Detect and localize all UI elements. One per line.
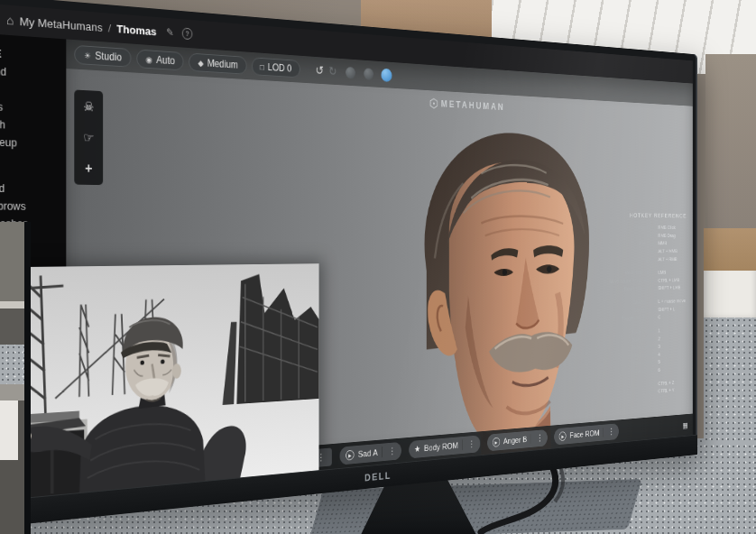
hotkey-label: Pan: <box>649 247 657 255</box>
sidebar-section-face: FACE <box>0 45 60 64</box>
sidebar-item-makeup[interactable]: Makeup <box>0 133 60 153</box>
hotkey-label: Reset Sculpt Point: <box>624 284 657 293</box>
window-sill <box>704 271 756 323</box>
clip-label: Body ROM <box>424 441 458 453</box>
screen: ≡ ⌂ My MetaHumans / Thomas ✎ ? FACE Blen… <box>0 1 693 504</box>
auto-label: Auto <box>156 54 175 67</box>
clip-anger-b-button[interactable]: ▶ Anger B ⋮ <box>487 429 548 451</box>
divider <box>530 434 531 444</box>
sidebar-item-head[interactable]: Head <box>0 180 60 198</box>
hotkey-value: CTRL + Y <box>658 385 687 395</box>
breadcrumb-current[interactable]: Thomas <box>116 22 156 37</box>
desk <box>704 318 756 444</box>
hotkey-value: MMB <box>658 239 687 247</box>
reference-photo <box>0 263 318 504</box>
sidebar-item-eyes[interactable]: Eyes <box>0 97 60 118</box>
hotkey-label: Toggle Clay Render: <box>622 314 656 323</box>
sidebar-item-eyebrows[interactable]: Eyebrows <box>0 197 60 216</box>
breadcrumb-separator: / <box>108 22 111 34</box>
hotkey-label: Zoom: <box>646 255 657 263</box>
clay-render-toggle-icon[interactable] <box>364 68 373 80</box>
monitor-left-bezel <box>24 222 31 534</box>
monitor-bezel: ≡ ⌂ My MetaHumans / Thomas ✎ ? FACE Blen… <box>0 0 697 532</box>
blend-hand-tool-icon[interactable]: ☞ <box>83 130 94 146</box>
reference-image-panel[interactable] <box>0 263 318 504</box>
photo-scene: ≡ ⌂ My MetaHumans / Thomas ✎ ? FACE Blen… <box>0 0 756 534</box>
quality-medium-button[interactable]: ◆ Medium <box>189 53 247 75</box>
window-frame <box>704 228 756 275</box>
clip-label: Face ROM <box>569 428 599 439</box>
hotkey-label: Focus Point: <box>635 224 656 232</box>
kebab-icon[interactable]: ⋮ <box>386 445 399 456</box>
studio-label: Studio <box>95 50 122 63</box>
breadcrumb: ⌂ My MetaHumans / Thomas ✎ ? <box>0 12 192 41</box>
auto-camera-button[interactable]: ◉ Auto <box>136 50 183 71</box>
lod-cube-icon: □ <box>260 62 264 71</box>
hotkey-title: HOTKEY REFERENCE <box>589 211 687 219</box>
quality-gem-icon: ◆ <box>198 58 203 67</box>
sculpt-tool-rail: ☠ ☞ + <box>74 89 103 185</box>
home-icon[interactable]: ⌂ <box>6 13 14 27</box>
play-icon: ▶ <box>493 437 500 447</box>
redo-icon[interactable]: ↻ <box>328 64 337 78</box>
hotkey-value: ALT + MMB <box>658 247 687 255</box>
clip-sad-a-button[interactable]: ▶ Sad A ⋮ <box>340 441 401 465</box>
camera-icon: ◉ <box>146 54 152 64</box>
hotkey-label: Pan Drag: <box>640 239 657 247</box>
layout-grid-icon[interactable]: ▦ <box>683 420 688 429</box>
kebab-icon[interactable]: ⋮ <box>466 438 477 450</box>
clip-body-rom-button[interactable]: ★ Body ROM ⋮ <box>409 435 480 458</box>
divider <box>603 428 604 437</box>
breadcrumb-root[interactable]: My MetaHumans <box>20 14 103 33</box>
move-tool-icon[interactable]: + <box>85 161 92 176</box>
clip-label: Anger B <box>503 435 527 446</box>
lod-label: LOD 0 <box>268 61 292 74</box>
lightbulb-icon: ☀ <box>84 51 91 60</box>
kebab-icon[interactable]: ⋮ <box>606 427 617 437</box>
room-left-strip <box>0 222 31 534</box>
lod-button[interactable]: □ LOD 0 <box>252 57 300 78</box>
face-sculpt-tool-icon[interactable]: ☠ <box>83 99 94 115</box>
hotkey-value: ALT + RMB <box>658 255 687 263</box>
studio-lighting-button[interactable]: ☀ Studio <box>74 45 131 68</box>
hotkey-label: Orbit: <box>648 232 657 240</box>
sidebar-section-hair: HAIR <box>0 163 60 179</box>
user-avatar[interactable] <box>381 68 392 81</box>
clip-face-rom-button[interactable]: ▶ Face ROM ⋮ <box>554 423 618 445</box>
divider <box>462 439 463 450</box>
hotkey-value: RMB Drag <box>658 232 687 240</box>
hotkey-value: SHIFT + LMB <box>658 284 687 292</box>
hotkey-reference-panel: HOTKEY REFERENCE Focus Point:RMB Click O… <box>589 211 687 406</box>
hotkey-value: RMB Click <box>658 224 687 232</box>
clip-label: Sad A <box>358 447 378 458</box>
undo-icon[interactable]: ↺ <box>316 63 324 78</box>
hotkey-label: Redo: <box>647 388 657 397</box>
kebab-icon[interactable]: ⋮ <box>534 432 545 443</box>
edit-name-icon[interactable]: ✎ <box>166 26 173 39</box>
preview-toggle-icon[interactable] <box>346 67 355 79</box>
hotkey-label: Far Camera: <box>635 366 657 375</box>
quality-label: Medium <box>207 58 238 71</box>
dell-logo: DELL <box>364 469 392 483</box>
sidebar-item-teeth[interactable]: Teeth <box>0 115 60 135</box>
hotkey-value: C <box>658 312 687 321</box>
play-icon: ▶ <box>346 449 354 460</box>
person-icon: ★ <box>414 444 420 454</box>
play-icon: ▶ <box>559 431 567 441</box>
metahuman-hexagon-icon <box>429 98 438 109</box>
wall <box>705 54 756 233</box>
hotkey-value: 6 <box>658 364 687 374</box>
divider <box>382 447 383 457</box>
help-icon[interactable]: ? <box>182 27 193 40</box>
